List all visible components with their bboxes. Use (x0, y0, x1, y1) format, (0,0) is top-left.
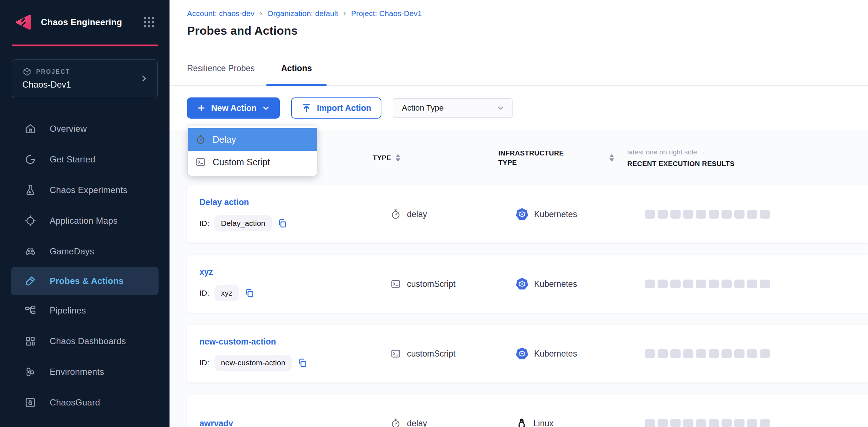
project-label: PROJECT (36, 69, 70, 75)
copy-icon[interactable] (297, 357, 308, 368)
linux-icon (516, 418, 528, 427)
breadcrumb-separator: › (343, 9, 346, 18)
sidebar-item-label: Probes & Actions (50, 276, 123, 286)
recent-execution-placeholders (645, 280, 868, 288)
gamepad-icon (24, 245, 37, 258)
import-action-button[interactable]: Import Action (291, 97, 381, 119)
sidebar-item-get-started[interactable]: Get Started (0, 144, 170, 175)
dashboards-icon (24, 335, 37, 347)
sidebar-item-label: Pipelines (50, 305, 86, 316)
app-title: Chaos Engineering (41, 17, 141, 27)
project-selector[interactable]: PROJECT Chaos-Dev1 (12, 59, 158, 98)
sidebar-item-environments[interactable]: Environments (0, 357, 170, 387)
sidebar: Chaos Engineering PROJECT Chaos-Dev1 (0, 0, 170, 427)
plus-icon (197, 103, 206, 113)
copy-icon[interactable] (277, 218, 288, 229)
action-type-value: Action Type (402, 103, 496, 113)
sidebar-item-overview[interactable]: Overview (0, 114, 170, 144)
breadcrumb-organization-link[interactable]: Organization: default (267, 9, 338, 18)
chevron-right-icon (139, 74, 149, 83)
terminal-icon (390, 278, 401, 289)
app-switcher-icon[interactable] (141, 14, 157, 30)
sidebar-item-chaos-dashboards[interactable]: Chaos Dashboards (0, 326, 170, 357)
menu-item-delay[interactable]: Delay (188, 128, 317, 151)
id-label: ID: (199, 219, 209, 228)
sidebar-item-gamedays[interactable]: GameDays (0, 236, 170, 267)
action-name-link[interactable]: xyz (199, 267, 390, 277)
infrastructure-type-header-label: INFRASTRUCTURE TYPE (498, 149, 582, 167)
table-row[interactable]: awrvadv delay Linux (187, 395, 868, 427)
sidebar-item-label: Application Maps (50, 216, 118, 226)
home-icon (24, 123, 37, 135)
import-action-label: Import Action (317, 103, 371, 113)
sidebar-nav: Overview Get Started Chaos Experiments (0, 114, 170, 418)
import-icon (301, 103, 312, 113)
tab-actions[interactable]: Actions (266, 51, 326, 85)
table-row[interactable]: new-custom-action ID: new-custom-action (187, 325, 868, 382)
new-action-dropdown-menu: Delay Custom Script (188, 126, 317, 176)
id-label: ID: (199, 289, 209, 297)
action-type-text: customScript (407, 349, 456, 359)
main-content: Account: chaos-dev › Organization: defau… (170, 0, 868, 427)
sidebar-item-label: Environments (50, 367, 104, 377)
probe-icon (24, 275, 37, 287)
action-type-text: delay (407, 419, 427, 427)
terminal-icon (390, 348, 401, 359)
sort-icon[interactable] (396, 154, 400, 162)
table-row[interactable]: xyz ID: xyz custom (187, 255, 868, 313)
action-name-link[interactable]: awrvadv (199, 419, 390, 427)
id-label: ID: (199, 358, 209, 367)
action-name-link[interactable]: Delay action (199, 197, 390, 207)
breadcrumb-account-link[interactable]: Account: chaos-dev (187, 9, 254, 18)
sidebar-item-label: ChaosGuard (50, 397, 100, 408)
breadcrumb-project-link[interactable]: Project: Chaos-Dev1 (351, 9, 422, 18)
action-id-chip: xyz (214, 285, 239, 301)
infrastructure-text: Kubernetes (534, 279, 577, 289)
infrastructure-text: Linux (533, 419, 553, 427)
cube-icon (22, 67, 32, 77)
sidebar-item-probes-actions[interactable]: Probes & Actions (11, 267, 159, 295)
kubernetes-icon (516, 278, 528, 290)
table-row[interactable]: Delay action ID: Delay_action (187, 185, 868, 243)
column-header-type[interactable]: TYPE (373, 153, 498, 163)
sidebar-item-pipelines[interactable]: Pipelines (0, 295, 170, 326)
column-header-recent-execution-results: latest one on right side → RECENT EXECUT… (627, 148, 861, 168)
stopwatch-icon (195, 134, 206, 145)
action-name-link[interactable]: new-custom-action (199, 337, 390, 347)
recent-execution-placeholders (645, 210, 868, 219)
copy-icon[interactable] (244, 288, 255, 299)
sidebar-accent-divider (12, 45, 158, 46)
results-note: latest one on right side → (627, 148, 861, 156)
sidebar-item-chaos-experiments[interactable]: Chaos Experiments (0, 175, 170, 205)
page-title: Probes and Actions (187, 24, 868, 38)
sidebar-item-label: Chaos Dashboards (50, 336, 126, 346)
tab-bar: Resilience Probes Actions (170, 51, 868, 86)
stopwatch-icon (390, 418, 401, 427)
project-name: Chaos-Dev1 (22, 80, 139, 90)
action-type-text: delay (407, 209, 427, 219)
get-started-icon (24, 153, 37, 166)
new-action-button[interactable]: New Action (187, 97, 280, 119)
results-header-label: RECENT EXECUTION RESULTS (627, 160, 861, 168)
pipelines-icon (24, 304, 37, 317)
sidebar-item-chaosguard[interactable]: ChaosGuard (0, 387, 170, 418)
action-type-select[interactable]: Action Type (393, 98, 513, 118)
tab-resilience-probes[interactable]: Resilience Probes (175, 51, 266, 85)
toolbar: New Action Import Action Action Type (170, 86, 868, 130)
sidebar-item-label: GameDays (50, 246, 94, 257)
terminal-icon (195, 157, 206, 168)
kubernetes-icon (516, 208, 528, 220)
sidebar-item-label: Chaos Experiments (50, 185, 127, 195)
menu-item-custom-script[interactable]: Custom Script (188, 151, 317, 173)
breadcrumb: Account: chaos-dev › Organization: defau… (187, 9, 868, 18)
action-id-chip: new-custom-action (214, 355, 292, 371)
sidebar-item-application-maps[interactable]: Application Maps (0, 205, 170, 236)
target-icon (24, 215, 37, 227)
sidebar-header: Chaos Engineering (0, 0, 170, 45)
column-header-infrastructure-type[interactable]: INFRASTRUCTURE TYPE (498, 149, 627, 167)
harness-logo-icon[interactable] (13, 12, 33, 32)
action-id-chip: Delay_action (214, 215, 272, 231)
sort-icon[interactable] (609, 154, 614, 162)
infrastructure-text: Kubernetes (534, 209, 577, 219)
menu-item-label: Custom Script (213, 157, 270, 168)
